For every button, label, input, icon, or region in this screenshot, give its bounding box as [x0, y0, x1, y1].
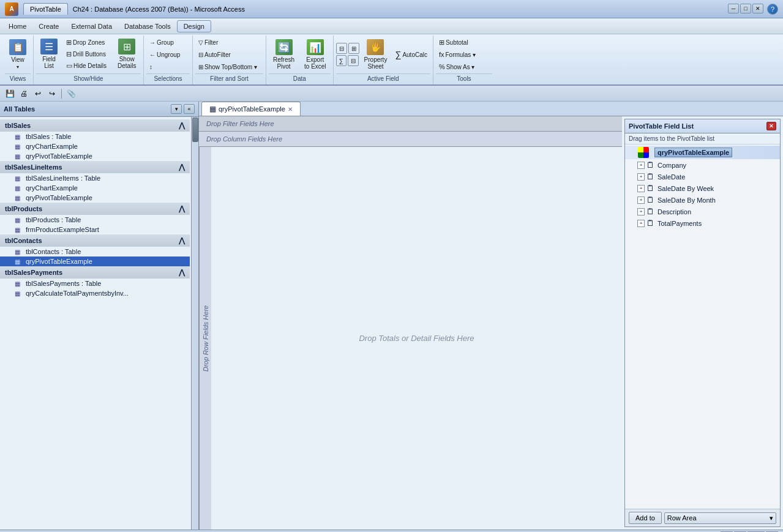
group-button[interactable]: → Group: [146, 37, 177, 48]
show-details-icon: ⊞: [118, 39, 135, 54]
saledatebyweek-expand[interactable]: +: [637, 185, 645, 192]
ungroup-button[interactable]: ← Ungroup: [146, 49, 183, 60]
table-item-lineitems-table[interactable]: ▦ tblSalesLineItems : Table: [0, 173, 190, 183]
saledate-icon: 🗒: [646, 172, 654, 181]
left-scroll-thumb[interactable]: [192, 118, 198, 142]
help-button[interactable]: ?: [767, 4, 778, 15]
showas-icon: %: [439, 63, 445, 70]
ribbon-group-selections: → Group ← Ungroup ↕ Selections: [144, 36, 193, 84]
saledate-expand[interactable]: +: [637, 173, 645, 181]
save-qa-button[interactable]: 💾: [4, 88, 16, 100]
table-item-qrypivot-2[interactable]: ▦ qryPivotTableExample: [0, 193, 190, 203]
close-button[interactable]: ✕: [752, 4, 763, 13]
table-item-qrycalculate[interactable]: ▦ qryCalculateTotalPaymentsbyInv...: [0, 288, 190, 298]
table-item-qrypivotexample-1[interactable]: ▦ qryPivotTableExample: [0, 151, 190, 161]
formulas-button[interactable]: fx Formulas ▾: [436, 49, 479, 60]
minimize-button[interactable]: ─: [728, 4, 739, 13]
table-item-qrychart-2[interactable]: ▦ qryChartExample: [0, 183, 190, 193]
autocalc-button[interactable]: ∑ AutoCalc: [392, 49, 430, 60]
pivot-table-tab: PivotTable: [23, 3, 68, 15]
table-group-tblcontacts[interactable]: tblContacts ⋀: [0, 234, 190, 247]
field-root-item[interactable]: qryPivotTableExample: [625, 146, 780, 159]
show-as-button[interactable]: % Show As ▾: [436, 61, 478, 72]
active-expand-button[interactable]: ⊞: [348, 43, 359, 54]
menu-create[interactable]: Create: [32, 21, 65, 32]
drop-column-area[interactable]: Drop Column Fields Here: [199, 132, 622, 147]
export-excel-button[interactable]: 📊 Exportto Excel: [300, 37, 331, 72]
table-item-tblsales-table[interactable]: ▦ tblSales : Table: [0, 132, 190, 141]
table-group-tblsaleslineitems[interactable]: tblSalesLineItems ⋀: [0, 161, 190, 173]
print-qa-button[interactable]: 🖨: [18, 88, 30, 100]
active-sum-button[interactable]: ∑: [336, 55, 347, 66]
drop-zones-button[interactable]: ⊞ Drop Zones: [63, 37, 110, 48]
root-spacer: [628, 149, 635, 156]
restore-button[interactable]: □: [740, 4, 751, 13]
area-select-dropdown[interactable]: Row Area ▾: [664, 512, 776, 524]
drop-filter-area[interactable]: Drop Filter Fields Here: [199, 116, 622, 132]
table-group-tblsales[interactable]: tblSales ⋀: [0, 119, 190, 132]
add-to-button[interactable]: Add to: [629, 512, 662, 524]
table-item-qrychartexample-1[interactable]: ▦ qryChartExample: [0, 141, 190, 151]
ribbon-group-activefield: ⊟ ⊞ ∑ ⊟ 🖐 PropertySheet ∑ AutoCalc: [334, 36, 433, 84]
description-expand[interactable]: +: [637, 208, 645, 215]
totalpayments-expand[interactable]: +: [637, 220, 645, 227]
view-dropdown-icon: ▾: [17, 64, 19, 70]
menu-database-tools[interactable]: Database Tools: [118, 21, 177, 32]
menu-external-data[interactable]: External Data: [65, 21, 118, 32]
field-item-totalpayments[interactable]: + 🗒 TotalPayments: [625, 217, 780, 229]
filter-button[interactable]: ▽ Filter: [195, 37, 221, 48]
property-sheet-button[interactable]: 🖐 PropertySheet: [360, 37, 392, 72]
panel-collapse-button[interactable]: «: [184, 104, 195, 114]
table-group-tblproducts[interactable]: tblProducts ⋀: [0, 203, 190, 215]
group-name-tblsaleslineitems: tblSalesLineItems: [5, 163, 62, 171]
table-item-label-11: tblSalesPayments : Table: [26, 280, 101, 287]
table-group-tblsalespayments[interactable]: tblSalesPayments ⋀: [0, 266, 190, 279]
field-item-company[interactable]: + 🗒 Company: [625, 159, 780, 171]
redo-qa-button[interactable]: ↪: [46, 88, 58, 100]
field-list-panel: PivotTable Field List ✕ Drag items to th…: [624, 119, 781, 527]
active-field-controls: ⊟ ⊞ ∑ ⊟: [336, 43, 359, 66]
undo-qa-button[interactable]: ↩: [32, 88, 44, 100]
active-collapse-button[interactable]: ⊟: [336, 43, 347, 54]
menu-design[interactable]: Design: [177, 20, 211, 32]
saledatebymonth-expand[interactable]: +: [637, 197, 645, 204]
field-list-close-button[interactable]: ✕: [766, 122, 776, 130]
drop-zones-label: Drop Zones: [73, 39, 105, 46]
group-icon: →: [149, 39, 155, 46]
menu-home[interactable]: Home: [2, 21, 32, 32]
extra-qa-button[interactable]: 📎: [65, 88, 77, 100]
panel-dropdown-button[interactable]: ▾: [171, 104, 182, 114]
data-group-label: Data: [269, 73, 331, 83]
drop-row-area[interactable]: Drop Row Fields Here: [199, 147, 211, 530]
drop-data-area[interactable]: Drop Totals or Detail Fields Here: [211, 147, 622, 530]
company-expand[interactable]: +: [637, 162, 645, 169]
left-panel-scrollbar[interactable]: [191, 117, 198, 530]
hide-details-button[interactable]: ▭ Hide Details: [63, 60, 110, 71]
pivot-main: Drop Filter Fields Here Drop Column Fiel…: [199, 116, 622, 530]
drill-buttons-button[interactable]: ⊟ Drill Buttons: [63, 48, 110, 59]
refresh-pivot-button[interactable]: 🔄 RefreshPivot: [269, 37, 299, 72]
table-item-frmproduct[interactable]: ▦ frmProductExampleStart: [0, 225, 190, 234]
field-item-saledate[interactable]: + 🗒 SaleDate: [625, 171, 780, 182]
field-item-saledatebyweek[interactable]: + 🗒 SaleDate By Week: [625, 182, 780, 194]
table-item-qrypivot-contacts[interactable]: ▦ qryPivotTableExample: [0, 257, 190, 266]
subtotal-button[interactable]: ⊞ Subtotal: [436, 37, 471, 48]
tab-close-button[interactable]: ✕: [288, 106, 293, 113]
active-minus-button[interactable]: ⊟: [348, 55, 359, 66]
field-list-button[interactable]: ☰ FieldList: [36, 37, 62, 71]
show-details-button[interactable]: ⊞ ShowDetails: [113, 37, 141, 71]
table-item-tblcontacts-table[interactable]: ▦ tblContacts : Table: [0, 247, 190, 257]
show-top-bottom-button[interactable]: ⊞ Show Top/Bottom ▾: [195, 61, 260, 72]
field-item-saledatebymonth[interactable]: + 🗒 SaleDate By Month: [625, 194, 780, 206]
view-button[interactable]: 📋 View ▾: [5, 37, 31, 72]
field-item-description[interactable]: + 🗒 Description: [625, 206, 780, 217]
table-item-tblproducts-table[interactable]: ▦ tblProducts : Table: [0, 215, 190, 225]
autofilter-button[interactable]: ⊟ AutoFilter: [195, 49, 234, 60]
ribbon-buttons-activefield: ⊟ ⊞ ∑ ⊟ 🖐 PropertySheet ∑ AutoCalc: [336, 37, 430, 72]
table-icon-3: ▦: [15, 153, 23, 160]
tab-qrypivottableexample[interactable]: ▦ qryPivotTableExample ✕: [201, 102, 301, 116]
selections-extra-button[interactable]: ↕: [146, 61, 155, 72]
ribbon-group-views: 📋 View ▾ Views: [2, 36, 34, 84]
table-item-tblpayments-table[interactable]: ▦ tblSalesPayments : Table: [0, 279, 190, 288]
ribbon-buttons-showhide: ☰ FieldList ⊞ Drop Zones ⊟ Drill Buttons…: [36, 37, 141, 72]
